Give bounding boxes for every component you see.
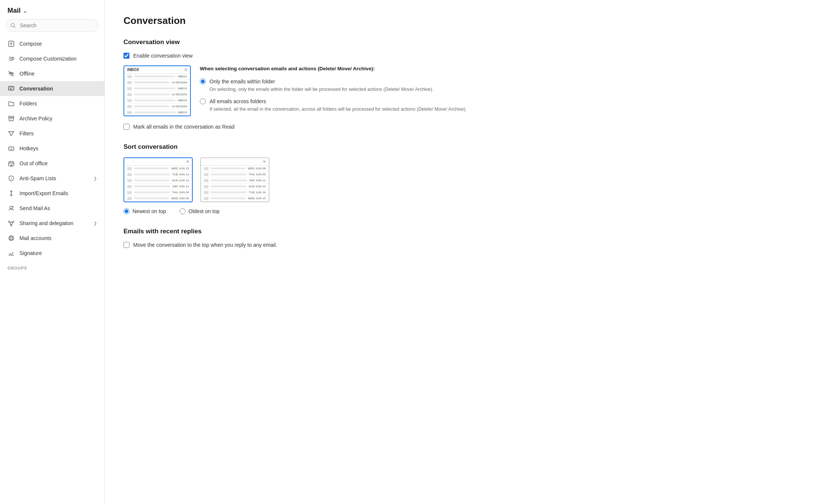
sidebar-item-import-export[interactable]: Import/Export Emails [0, 186, 104, 201]
signature-icon [7, 249, 15, 257]
move-conversation-row: Move the conversation to the top when yo… [123, 242, 808, 248]
app-title[interactable]: Mail ⌄ [0, 0, 104, 19]
preview-line-1 [134, 76, 176, 77]
sort-o-icon-4 [204, 185, 208, 188]
archive-icon [7, 115, 15, 122]
sidebar-item-filters[interactable]: Filters [0, 126, 104, 141]
radio-all-folders-input[interactable] [200, 98, 206, 104]
sort-o-line-3 [211, 179, 247, 181]
mark-read-checkbox[interactable] [123, 124, 129, 130]
sort-o-row-6: WED JUN 15 [201, 196, 269, 202]
preview-icon-4 [127, 93, 132, 96]
mail-accounts-icon [7, 234, 15, 242]
sort-o-date-4: SUN JUN 12 [248, 185, 266, 188]
sort-o-date-3: SAT JUN 11 [249, 179, 266, 182]
sidebar-item-mail-accounts-label: Mail accounts [19, 235, 97, 241]
sidebar-item-offline[interactable]: Offline [0, 66, 104, 81]
preview-line-3 [134, 87, 176, 89]
move-conversation-checkbox[interactable] [123, 242, 129, 248]
preview-icon-5 [127, 99, 132, 102]
search-box [6, 19, 98, 32]
sidebar-item-compose-customization-label: Compose Customization [19, 56, 97, 62]
radio-only-folder-label[interactable]: Only the emails within folder [210, 79, 275, 84]
sidebar-item-signature[interactable]: Signature [0, 246, 104, 261]
radio-all-folders-label[interactable]: All emails across folders [210, 98, 266, 104]
sort-o-line-4 [211, 185, 246, 187]
sort-radio-row: Newest on top Oldest on top [123, 208, 808, 214]
sort-n-row-6: WED JUN 08 [124, 196, 192, 202]
enable-conversation-label[interactable]: Enable conversation view [133, 53, 193, 59]
sort-n-date-3: SUN JUN 12 [172, 179, 189, 182]
import-export-icon [7, 190, 15, 197]
sort-newest-preview: ✕ WED JUN 15 TUE JUN 14 SUN JUN 12 [123, 157, 193, 202]
sidebar: Mail ⌄ Compose [0, 0, 105, 504]
sort-n-date-5: THU JUN 09 [172, 191, 189, 194]
sort-oldest-header: ✕ [201, 158, 269, 166]
sidebar-item-sharing[interactable]: Sharing and delegation ❯ [0, 216, 104, 231]
sort-o-row-3: SAT JUN 11 [201, 178, 269, 184]
sidebar-item-conversation-label: Conversation [19, 86, 97, 92]
svg-point-41 [10, 236, 12, 241]
sharing-chevron: ❯ [94, 221, 97, 226]
sort-n-line-3 [134, 179, 170, 181]
sidebar-item-mail-accounts[interactable]: Mail accounts [0, 231, 104, 246]
radio-only-folder-input[interactable] [200, 79, 206, 84]
sidebar-item-anti-spam-label: Anti-Spam Lists [19, 175, 89, 181]
sort-o-line-5 [211, 191, 247, 193]
sidebar-item-send-mail-as-label: Send Mail As [19, 205, 97, 211]
oldest-on-top-label: Oldest on top [189, 208, 220, 214]
svg-point-35 [13, 221, 14, 222]
sort-n-icon-2 [127, 173, 132, 176]
svg-rect-15 [9, 118, 13, 121]
preview-line-7 [134, 111, 176, 113]
preview-date-1: INBOX [178, 75, 187, 78]
svg-point-30 [10, 206, 13, 209]
groups-label: GROUPS [0, 261, 104, 273]
preview-row-1: INBOX [124, 74, 190, 80]
newest-on-top-radio[interactable] [123, 208, 129, 214]
sidebar-item-out-of-office[interactable]: Out of office [0, 156, 104, 171]
sidebar-item-folders[interactable]: Folders [0, 96, 104, 111]
sort-conversation-title: Sort conversation [123, 143, 808, 151]
out-of-office-icon [7, 160, 15, 167]
send-mail-icon [7, 205, 15, 212]
svg-rect-17 [9, 147, 14, 150]
sort-conversation-section: Sort conversation ✕ WED JUN 15 TUE JUN 1… [123, 143, 808, 214]
conversation-view-section: Conversation view Enable conversation vi… [123, 39, 808, 130]
sidebar-item-hotkeys-label: Hotkeys [19, 145, 97, 151]
svg-rect-11 [9, 86, 14, 90]
conversation-view-title: Conversation view [123, 39, 808, 46]
preview-line-2 [134, 82, 170, 83]
enable-conversation-checkbox[interactable] [123, 53, 129, 59]
sort-o-icon-1 [204, 167, 208, 170]
search-input[interactable] [6, 19, 98, 32]
sidebar-item-compose-customization[interactable]: Compose Customization [0, 51, 104, 66]
sidebar-item-archive-policy[interactable]: Archive Policy [0, 111, 104, 126]
preview-date-2: UI DESIGN [172, 81, 187, 84]
newest-on-top-option[interactable]: Newest on top [123, 208, 166, 214]
sidebar-item-anti-spam[interactable]: Anti-Spam Lists ❯ [0, 171, 104, 186]
conversation-preview-area: INBOX ✕ INBOX UI DESIGN INBOX [123, 65, 808, 118]
sort-o-row-4: SUN JUN 12 [201, 184, 269, 190]
sidebar-item-compose[interactable]: Compose [0, 36, 104, 51]
recent-replies-title: Emails with recent replies [123, 228, 808, 235]
oldest-on-top-option[interactable]: Oldest on top [180, 208, 220, 214]
move-conversation-label[interactable]: Move the conversation to the top when yo… [133, 242, 277, 248]
anti-spam-icon [7, 175, 15, 182]
oldest-on-top-radio[interactable] [180, 208, 186, 214]
app-title-chevron: ⌄ [23, 8, 27, 14]
preview-icon-2 [127, 81, 132, 84]
sidebar-item-send-mail-as[interactable]: Send Mail As [0, 201, 104, 216]
sort-oldest-preview: ✕ WED JUN 08 THU JUN 09 SAT JUN 11 [200, 157, 269, 202]
sidebar-item-out-of-office-label: Out of office [19, 160, 97, 166]
mark-read-label[interactable]: Mark all emails in the conversation as R… [133, 124, 235, 130]
sidebar-item-conversation[interactable]: Conversation [0, 81, 104, 96]
sort-n-row-1: WED JUN 15 [124, 166, 192, 172]
sidebar-item-signature-label: Signature [19, 250, 97, 256]
sort-o-line-6 [211, 197, 245, 199]
preview-date-6: UI DESIGN [172, 105, 187, 108]
conversation-preview-box: INBOX ✕ INBOX UI DESIGN INBOX [123, 65, 191, 116]
radio-only-folder: Only the emails within folder On selecti… [200, 79, 808, 93]
preview-date-3: INBOX [178, 87, 187, 90]
sidebar-item-hotkeys[interactable]: Hotkeys [0, 141, 104, 156]
